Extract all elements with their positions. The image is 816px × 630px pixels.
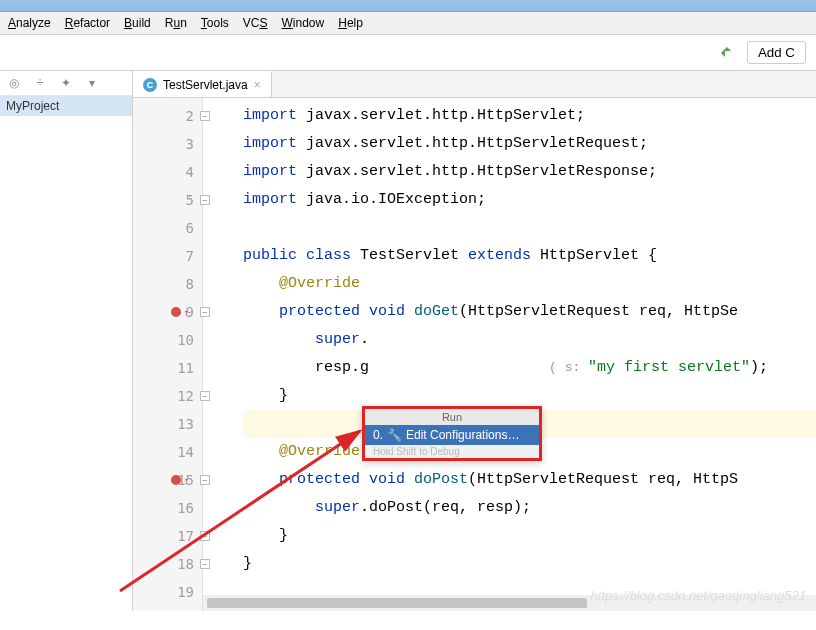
popup-index: 0. <box>373 428 383 442</box>
target-icon[interactable]: ◎ <box>6 75 22 91</box>
chevron-down-icon[interactable]: ▾ <box>84 75 100 91</box>
window-titlebar <box>0 0 816 12</box>
menu-bar: AAnalyzenalyze Refactor Build Run Tools … <box>0 12 816 35</box>
collapse-icon[interactable]: ÷ <box>32 75 48 91</box>
menu-vcs[interactable]: VCS <box>243 16 268 30</box>
menu-analyze[interactable]: AAnalyzenalyze <box>8 16 51 30</box>
tab-filename: TestServlet.java <box>163 78 248 92</box>
editor-body: 2− 3 4 5− 6 7 8 ↑9− 10 11 12− 13 14 ↑15−… <box>133 98 816 611</box>
popup-title: Run <box>365 409 539 425</box>
close-icon[interactable]: × <box>254 78 261 92</box>
code-text[interactable]: import javax.servlet.http.HttpServlet; i… <box>203 98 816 611</box>
line-num: 16 <box>133 494 202 522</box>
line-num: ↑15− <box>133 466 202 494</box>
popup-hint: Hold Shift to Debug <box>365 445 539 458</box>
menu-run[interactable]: Run <box>165 16 187 30</box>
popup-item-label: Edit Configurations… <box>406 428 519 442</box>
edit-configurations-item[interactable]: 0. 🔧 Edit Configurations… <box>365 425 539 445</box>
project-sidebar: ◎ ÷ ✦ ▾ MyProject <box>0 71 133 611</box>
line-num: 4 <box>133 158 202 186</box>
line-num: ↑9− <box>133 298 202 326</box>
main-area: ◎ ÷ ✦ ▾ MyProject C TestServlet.java × 2… <box>0 71 816 611</box>
line-num: 10 <box>133 326 202 354</box>
class-icon: C <box>143 78 157 92</box>
run-popup: Run 0. 🔧 Edit Configurations… Hold Shift… <box>362 406 542 461</box>
sidebar-toolbar: ◎ ÷ ✦ ▾ <box>0 71 132 96</box>
menu-refactor[interactable]: Refactor <box>65 16 110 30</box>
build-icon[interactable] <box>719 45 735 61</box>
line-num: 8 <box>133 270 202 298</box>
menu-build[interactable]: Build <box>124 16 151 30</box>
line-num: 18− <box>133 550 202 578</box>
line-num: 13 <box>133 410 202 438</box>
tab-testservlet[interactable]: C TestServlet.java × <box>133 71 272 97</box>
wrench-icon: 🔧 <box>387 428 402 442</box>
line-num: 11 <box>133 354 202 382</box>
scrollbar-thumb[interactable] <box>207 598 587 608</box>
menu-window[interactable]: Window <box>282 16 325 30</box>
watermark: https://blog.csdn.net/gaoqingliang521 <box>591 588 806 603</box>
line-num: 14 <box>133 438 202 466</box>
line-num: 5− <box>133 186 202 214</box>
add-config-button[interactable]: Add C <box>747 41 806 64</box>
line-num: 12− <box>133 382 202 410</box>
line-num: 2− <box>133 102 202 130</box>
editor-tabs: C TestServlet.java × <box>133 71 816 98</box>
toolbar: Add C <box>0 35 816 71</box>
line-num: 17− <box>133 522 202 550</box>
line-num: 7 <box>133 242 202 270</box>
line-num: 19 <box>133 578 202 606</box>
menu-help[interactable]: Help <box>338 16 363 30</box>
line-num: 3 <box>133 130 202 158</box>
project-root[interactable]: MyProject <box>0 96 132 116</box>
line-num: 6 <box>133 214 202 242</box>
editor: C TestServlet.java × 2− 3 4 5− 6 7 8 ↑9−… <box>133 71 816 611</box>
menu-tools[interactable]: Tools <box>201 16 229 30</box>
gutter: 2− 3 4 5− 6 7 8 ↑9− 10 11 12− 13 14 ↑15−… <box>133 98 203 611</box>
gear-icon[interactable]: ✦ <box>58 75 74 91</box>
